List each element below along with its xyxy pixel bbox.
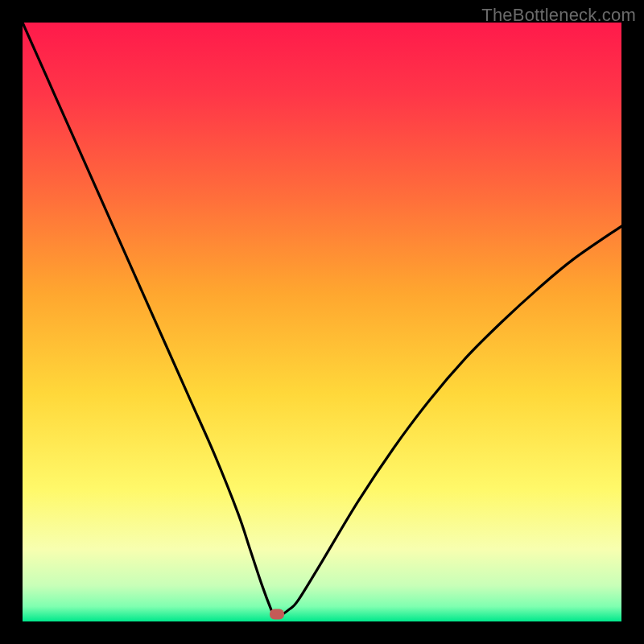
bottleneck-curve	[23, 23, 621, 621]
plot-area	[23, 23, 621, 621]
chart-frame: TheBottleneck.com	[0, 0, 644, 644]
optimal-point-marker	[270, 609, 284, 620]
watermark-text: TheBottleneck.com	[481, 5, 636, 26]
